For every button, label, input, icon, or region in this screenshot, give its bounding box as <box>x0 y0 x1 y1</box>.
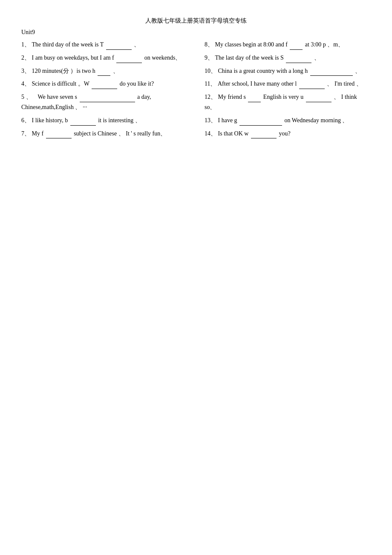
list-item: 2、 I am busy on weekdays, but I am f on … <box>21 52 187 63</box>
unit-label: Unit9 <box>21 29 371 36</box>
item-number: 6、 <box>21 117 30 124</box>
left-column: 1、 The third day of the week is T 、 2、 I… <box>21 39 192 141</box>
blank[interactable] <box>46 128 72 139</box>
item-text: subject is Chinese 、 It ' s really fun、 <box>74 130 166 137</box>
item-text: We have seven s <box>33 94 77 100</box>
blank[interactable] <box>299 78 325 89</box>
blank[interactable] <box>310 66 353 76</box>
list-item: 13、 I have g on Wednesday morning 、 <box>205 115 371 126</box>
item-text: do you like it? <box>120 81 154 87</box>
item-number: 4、 <box>21 81 30 87</box>
item-number: 12、 <box>205 94 216 100</box>
item-text: My friend s <box>218 94 246 100</box>
item-text: 、 <box>134 41 140 48</box>
list-item: 3、 120 minutes(分 ）is two h 、 <box>21 66 187 76</box>
item-text: China is a great country with a long h <box>218 68 308 74</box>
item-text: Is that OK w <box>218 130 249 137</box>
list-item: 9、 The last day of the week is S 、 <box>205 52 371 63</box>
item-text: 、 <box>355 68 361 74</box>
item-text: The last day of the week is S <box>215 55 284 61</box>
item-text: a day, <box>137 94 151 100</box>
blank[interactable] <box>80 92 135 102</box>
blank[interactable] <box>248 92 261 102</box>
blank[interactable] <box>98 66 110 76</box>
blank[interactable] <box>306 92 331 102</box>
title-text: 人教版七年级上册英语首字母填空专练 <box>145 17 247 24</box>
item-number: 2、 <box>21 55 30 61</box>
item-number: 7、 <box>21 130 30 137</box>
item-text: English is very u <box>263 94 304 100</box>
item-line2: Chinese,math,English 、 ··· <box>21 102 187 112</box>
list-item: 6、 I like history, b it is interesting 、 <box>21 115 187 126</box>
blank[interactable] <box>70 115 96 126</box>
list-item: 8、 My classes begin at 8:00 and f at 3:0… <box>205 39 371 50</box>
item-text: I have g <box>218 117 237 124</box>
list-item: 11、 After school, I have many other l 、 … <box>205 78 371 89</box>
item-text: so、 <box>205 104 216 110</box>
list-item: 12、 My friend s English is very u 、 I th… <box>205 92 371 112</box>
item-text: it is interesting 、 <box>98 117 141 124</box>
item-text: My classes begin at 8:00 and f <box>215 41 288 48</box>
content-area: 1、 The third day of the week is T 、 2、 I… <box>21 39 371 141</box>
item-number: 1、 <box>21 41 30 48</box>
item-text: 、 I think <box>334 94 357 100</box>
right-column: 8、 My classes begin at 8:00 and f at 3:0… <box>200 39 371 141</box>
item-number: 11、 <box>205 81 216 87</box>
item-text: 120 minutes(分 ）is two h <box>32 68 95 74</box>
item-number: 5 、 <box>21 94 32 100</box>
blank[interactable] <box>290 39 303 50</box>
item-text: After school, I have many other l <box>218 81 297 87</box>
list-item: 5 、 We have seven s a day, Chinese,math,… <box>21 92 187 112</box>
item-text: The third day of the week is T <box>32 41 104 48</box>
list-item: 14、 Is that OK w you? <box>205 128 371 139</box>
blank[interactable] <box>251 128 277 139</box>
page-title: 人教版七年级上册英语首字母填空专练 <box>21 17 371 25</box>
item-number: 8、 <box>205 41 213 48</box>
item-text: you? <box>279 130 290 137</box>
item-number: 13、 <box>205 117 216 124</box>
blank[interactable] <box>286 52 311 63</box>
item-number: 3、 <box>21 68 30 74</box>
unit-text: Unit9 <box>21 29 35 35</box>
item-text: on Wednesday morning 、 <box>285 117 349 124</box>
item-line2: so、 <box>205 102 371 112</box>
blank[interactable] <box>116 52 142 63</box>
item-text: on weekends、 <box>144 55 182 61</box>
item-text: Science is difficult 。W <box>32 81 89 87</box>
blank[interactable] <box>106 39 132 50</box>
item-text: at 3:00 p 、m、 <box>305 41 344 48</box>
item-text: 、 <box>113 68 119 74</box>
item-text: 、 <box>314 55 320 61</box>
list-item: 7、 My f subject is Chinese 、 It ' s real… <box>21 128 187 139</box>
list-item: 1、 The third day of the week is T 、 <box>21 39 187 50</box>
list-item: 10、 China is a great country with a long… <box>205 66 371 76</box>
blank[interactable] <box>92 78 117 89</box>
item-text: I am busy on weekdays, but I am f <box>32 55 114 61</box>
list-item: 4、 Science is difficult 。W do you like i… <box>21 78 187 89</box>
item-text: I like history, b <box>32 117 68 124</box>
item-number: 14、 <box>205 130 216 137</box>
item-text: 、 I'm tired 、 <box>327 81 362 87</box>
blank[interactable] <box>239 115 282 126</box>
item-number: 9、 <box>205 55 213 61</box>
item-text: My f <box>32 130 44 137</box>
item-number: 10、 <box>205 68 216 74</box>
item-text: Chinese,math,English 、 ··· <box>21 104 87 110</box>
